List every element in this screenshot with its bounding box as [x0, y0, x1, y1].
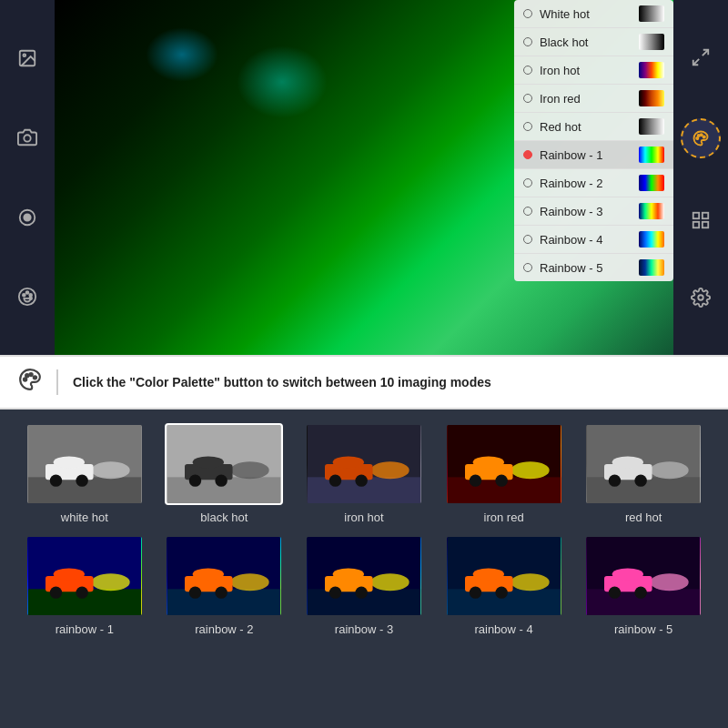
thumbnail-label-red-hot: red hot [625, 511, 662, 524]
palette-radio-iron-red [523, 94, 532, 103]
svg-point-43 [333, 456, 364, 468]
thumbnail-rainbow-3[interactable] [305, 535, 423, 617]
svg-rect-19 [703, 222, 708, 228]
svg-point-24 [34, 376, 36, 379]
thumbnail-label-white-hot: white hot [61, 511, 108, 524]
color-palette-side-icon[interactable] [11, 280, 44, 313]
thumbnail-section: white hotblack hotiron hotiron redred ho… [0, 410, 728, 661]
palette-item-black-hot[interactable]: Black hot [514, 28, 673, 56]
svg-point-23 [29, 373, 32, 376]
svg-point-58 [609, 474, 621, 486]
thumbnail-label-iron-hot: iron hot [344, 511, 383, 524]
thumbnail-cell-rainbow-5[interactable]: rainbow - 5 [577, 535, 710, 636]
thumbnail-rainbow-1[interactable] [25, 535, 144, 617]
svg-point-4 [24, 214, 30, 220]
thumbnail-rainbow-2[interactable] [165, 535, 283, 617]
svg-point-87 [495, 586, 507, 598]
thumbnail-iron-hot[interactable] [305, 423, 423, 505]
palette-radio-rainbow-3 [523, 207, 532, 216]
svg-point-48 [511, 461, 549, 479]
svg-point-45 [355, 474, 367, 486]
svg-point-71 [193, 568, 224, 580]
svg-point-37 [189, 474, 201, 486]
svg-point-72 [189, 586, 201, 598]
svg-point-92 [612, 568, 643, 580]
thumbnail-cell-rainbow-1[interactable]: rainbow - 1 [18, 535, 151, 636]
svg-point-85 [472, 568, 503, 580]
svg-point-36 [193, 456, 224, 468]
svg-rect-17 [703, 213, 708, 218]
fullscreen-icon[interactable] [684, 41, 717, 74]
palette-item-red-hot[interactable]: Red hot [514, 113, 673, 141]
palette-item-rainbow-3[interactable]: Rainbow - 3 [514, 197, 673, 226]
svg-point-69 [231, 573, 269, 591]
palette-item-white-hot[interactable]: White hot [514, 0, 673, 28]
palette-label-rainbow-4: Rainbow - 4 [540, 233, 632, 247]
thumbnail-cell-iron-hot[interactable]: iron hot [298, 423, 430, 524]
svg-point-44 [329, 474, 341, 486]
svg-point-52 [495, 474, 507, 486]
palette-item-rainbow-2[interactable]: Rainbow - 2 [514, 169, 673, 197]
thumbnail-cell-iron-red[interactable]: iron red [438, 423, 571, 524]
banner-text: Click the "Color Palette" button to swit… [73, 375, 491, 389]
svg-point-31 [76, 474, 87, 486]
svg-point-79 [329, 586, 341, 598]
thumbnail-label-rainbow-5: rainbow - 5 [614, 622, 672, 636]
palette-label-rainbow-2: Rainbow - 2 [540, 177, 632, 190]
svg-point-12 [696, 137, 698, 139]
svg-point-22 [25, 374, 28, 377]
banner-divider [56, 369, 58, 395]
palette-item-iron-red[interactable]: Iron red [514, 85, 673, 113]
record-icon[interactable] [11, 201, 44, 234]
thumbnail-label-rainbow-3: rainbow - 3 [335, 622, 393, 636]
grid-icon[interactable] [684, 204, 717, 237]
thumbnail-label-rainbow-2: rainbow - 2 [195, 622, 253, 636]
camera-icon[interactable] [11, 121, 44, 154]
svg-point-38 [216, 474, 228, 486]
palette-item-rainbow-1[interactable]: Rainbow - 1 [514, 141, 673, 169]
settings-icon[interactable] [684, 281, 717, 314]
gallery-icon[interactable] [11, 42, 44, 75]
thumbnail-rainbow-5[interactable] [584, 535, 703, 617]
svg-point-86 [469, 586, 480, 598]
scene-rainbow-2 [167, 537, 281, 615]
thumbnail-black-hot[interactable] [165, 423, 283, 505]
thumbnail-cell-rainbow-4[interactable]: rainbow - 4 [438, 535, 571, 636]
svg-point-76 [371, 573, 410, 591]
palette-radio-rainbow-5 [523, 263, 532, 272]
svg-point-57 [612, 456, 643, 468]
palette-swatch-rainbow-3 [639, 203, 664, 219]
thumbnail-rainbow-4[interactable] [445, 535, 563, 617]
palette-item-iron-hot[interactable]: Iron hot [514, 56, 673, 85]
thumbnail-white-hot[interactable] [25, 423, 144, 505]
palette-dropdown: White hotBlack hotIron hotIron redRed ho… [514, 0, 673, 281]
palette-swatch-white-hot [639, 5, 664, 22]
svg-rect-18 [693, 222, 699, 228]
svg-point-2 [24, 136, 30, 142]
svg-point-90 [651, 573, 689, 591]
svg-point-8 [29, 294, 32, 297]
svg-point-93 [609, 586, 621, 598]
thumbnail-grid-row2: rainbow - 1rainbow - 2rainbow - 3rainbow… [18, 535, 710, 636]
palette-radio-rainbow-4 [523, 235, 532, 244]
thumbnail-iron-red[interactable] [445, 423, 563, 505]
palette-radio-iron-hot [523, 66, 532, 75]
banner-icon [18, 368, 42, 397]
thumbnail-cell-black-hot[interactable]: black hot [158, 423, 291, 524]
color-palette-button[interactable] [681, 118, 721, 158]
thumbnail-cell-rainbow-3[interactable]: rainbow - 3 [298, 535, 430, 636]
thumbnail-label-black-hot: black hot [200, 511, 248, 524]
palette-item-rainbow-4[interactable]: Rainbow - 4 [514, 226, 673, 254]
thumbnail-cell-white-hot[interactable]: white hot [18, 423, 151, 524]
svg-point-1 [23, 54, 25, 56]
svg-point-94 [635, 586, 647, 598]
svg-point-13 [698, 135, 700, 136]
thumbnail-cell-red-hot[interactable]: red hot [577, 423, 710, 524]
palette-swatch-rainbow-4 [639, 231, 664, 248]
svg-point-30 [50, 474, 62, 486]
palette-radio-rainbow-1 [523, 150, 532, 159]
scene-rainbow-5 [586, 537, 701, 615]
thumbnail-red-hot[interactable] [584, 423, 703, 505]
thumbnail-cell-rainbow-2[interactable]: rainbow - 2 [158, 535, 291, 636]
palette-item-rainbow-5[interactable]: Rainbow - 5 [514, 254, 673, 281]
